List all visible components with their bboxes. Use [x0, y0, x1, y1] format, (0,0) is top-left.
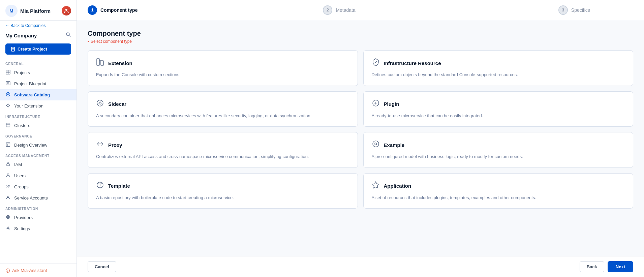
- card-example[interactable]: Example A pre-configured model with busi…: [363, 132, 634, 168]
- search-button[interactable]: [66, 32, 71, 39]
- sidebar-item-projects[interactable]: Projects: [0, 67, 76, 78]
- sidebar-footer: ✦ Ask Mia-Assistant: [0, 264, 76, 277]
- application-card-title: Application: [384, 183, 411, 189]
- svg-point-38: [99, 102, 101, 104]
- svg-rect-19: [6, 123, 10, 127]
- step-1-label: Component type: [100, 7, 137, 13]
- card-plugin[interactable]: Plugin A ready-to-use microservice that …: [363, 91, 634, 127]
- svg-point-2: [65, 9, 67, 11]
- infra-card-desc: Defines custom objects beyond the standa…: [372, 71, 625, 78]
- application-card-icon: [372, 181, 380, 191]
- sidebar-item-design-overview[interactable]: Design Overview: [0, 140, 76, 151]
- back-button[interactable]: Back: [580, 261, 604, 272]
- sidecar-card-title: Sidecar: [108, 101, 126, 107]
- governance-section-label: GOVERNANCE: [0, 131, 76, 140]
- sidecar-card-desc: A secondary container that enhances micr…: [96, 113, 349, 119]
- stepper: 1 Component type 2 Metadata 3 Specifics: [77, 0, 644, 20]
- svg-point-31: [7, 227, 9, 229]
- general-section-label: GENERAL: [0, 59, 76, 67]
- footer: Cancel Back Next: [77, 256, 644, 277]
- settings-icon: [5, 226, 11, 232]
- sidebar-item-software-catalog[interactable]: Software Catalog: [0, 89, 76, 100]
- extension-nav-icon: [5, 103, 11, 109]
- sidebar-item-iam[interactable]: IAM: [0, 159, 76, 170]
- user-avatar[interactable]: [62, 6, 71, 16]
- design-icon: [5, 142, 11, 148]
- plugin-card-desc: A ready-to-use microservice that can be …: [372, 113, 625, 119]
- component-type-grid: Extension Expands the Console with custo…: [88, 50, 633, 209]
- plugin-card-title: Plugin: [384, 101, 399, 107]
- page-title: Component type: [88, 30, 633, 37]
- iam-icon: [5, 162, 11, 167]
- ask-mia-button[interactable]: ✦ Ask Mia-Assistant: [5, 268, 71, 273]
- cancel-button[interactable]: Cancel: [88, 261, 116, 272]
- template-card-desc: A basic repository with boilerplate code…: [96, 194, 349, 201]
- svg-point-17: [6, 93, 10, 96]
- svg-rect-11: [6, 72, 8, 74]
- required-label: • Select component type: [88, 39, 633, 44]
- proxy-card-desc: Centralizes external API access and cros…: [96, 153, 349, 160]
- access-management-section-label: ACCESS MANAGEMENT: [0, 151, 76, 159]
- svg-text:✦: ✦: [7, 270, 9, 272]
- infra-card-title: Infrastructure Resource: [384, 60, 441, 66]
- blueprint-icon: [5, 81, 11, 87]
- svg-point-30: [7, 216, 9, 218]
- search-icon: [66, 32, 71, 37]
- card-application[interactable]: Application A set of resources that incl…: [363, 173, 634, 209]
- svg-rect-9: [6, 70, 8, 72]
- svg-rect-12: [8, 72, 10, 74]
- service-accounts-icon: [5, 195, 11, 201]
- svg-rect-35: [101, 61, 103, 65]
- card-proxy[interactable]: Proxy Centralizes external API access an…: [88, 132, 358, 168]
- svg-text:M: M: [10, 8, 13, 13]
- step-divider-1: [168, 10, 317, 10]
- sidebar-item-users[interactable]: Users: [0, 170, 76, 181]
- card-sidecar[interactable]: Sidecar A secondary container that enhan…: [88, 91, 358, 127]
- providers-icon: [5, 215, 11, 220]
- document-icon: [11, 47, 16, 52]
- step-2-number: 2: [323, 5, 332, 15]
- users-icon: [5, 173, 11, 179]
- svg-point-45: [375, 143, 377, 145]
- infrastructure-section-label: INFRASTRUCTURE: [0, 112, 76, 120]
- sidebar-item-providers[interactable]: Providers: [0, 212, 76, 223]
- svg-line-4: [69, 36, 71, 37]
- create-project-button[interactable]: Create Project: [5, 43, 71, 55]
- example-card-title: Example: [384, 142, 405, 148]
- groups-icon: [5, 184, 11, 190]
- logo-icon: M: [5, 5, 18, 17]
- sidebar-item-service-accounts[interactable]: Service Accounts: [0, 192, 76, 204]
- sidebar-item-settings[interactable]: Settings: [0, 223, 76, 234]
- catalog-icon: [5, 92, 11, 98]
- example-card-icon: [372, 140, 380, 150]
- card-extension[interactable]: Extension Expands the Console with custo…: [88, 50, 358, 86]
- extension-card-desc: Expands the Console with custom sections…: [96, 71, 349, 78]
- svg-rect-10: [8, 70, 10, 72]
- main-content: 1 Component type 2 Metadata 3 Specifics …: [77, 0, 644, 277]
- sidebar-item-project-blueprint[interactable]: Project Blueprint: [0, 78, 76, 89]
- extension-card-icon: [96, 58, 104, 68]
- svg-point-18: [7, 94, 9, 95]
- logo-area: M Mia Platform: [5, 5, 51, 17]
- step-1-number: 1: [88, 5, 97, 15]
- infra-card-icon: [372, 58, 380, 68]
- application-card-desc: A set of resources that includes plugins…: [372, 194, 625, 201]
- svg-rect-24: [7, 164, 9, 166]
- sidecar-card-icon: [96, 99, 104, 109]
- sidebar-item-clusters[interactable]: Clusters: [0, 120, 76, 131]
- plugin-card-icon: [372, 99, 380, 109]
- card-template[interactable]: Template A basic repository with boilerp…: [88, 173, 358, 209]
- svg-point-44: [373, 141, 379, 147]
- sidebar-item-groups[interactable]: Groups: [0, 181, 76, 192]
- clusters-icon: [5, 123, 11, 128]
- extension-card-title: Extension: [108, 60, 132, 66]
- step-3-label: Specifics: [571, 7, 590, 13]
- step-2: 2 Metadata: [323, 5, 398, 15]
- sidebar-item-your-extension[interactable]: Your Extension: [0, 100, 76, 112]
- next-button[interactable]: Next: [608, 261, 633, 272]
- svg-rect-34: [97, 59, 99, 65]
- footer-right: Back Next: [580, 261, 633, 272]
- card-infrastructure-resource[interactable]: Infrastructure Resource Defines custom o…: [363, 50, 634, 86]
- administration-section-label: ADMINISTRATION: [0, 204, 76, 212]
- back-to-companies-link[interactable]: ← Back to Companies: [0, 21, 76, 31]
